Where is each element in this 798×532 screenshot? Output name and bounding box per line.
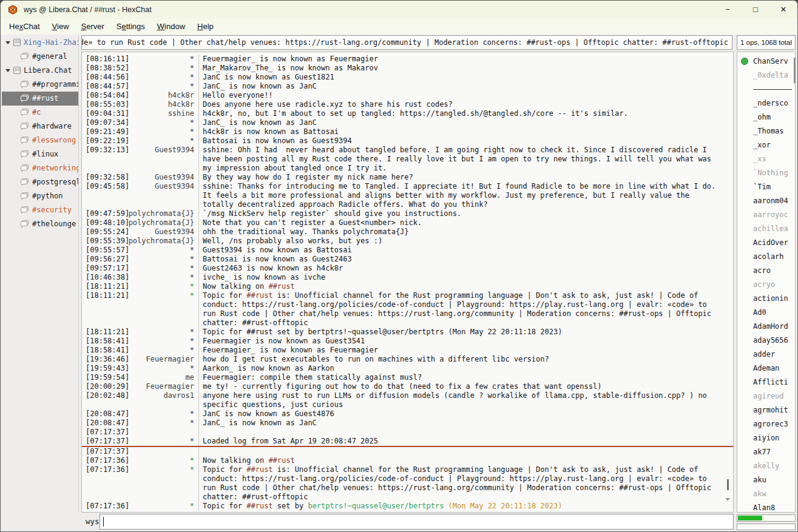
sidebar-item-lesswrong[interactable]: #lesswrong <box>2 133 78 147</box>
userlist-item[interactable]: _Thomas <box>737 124 795 138</box>
sidebar-item-c[interactable]: #c <box>2 106 78 120</box>
userlist-item[interactable]: _xor <box>737 138 795 152</box>
topic-input[interactable]: Unofficial channel for the Rust programm… <box>81 35 732 50</box>
userlist-item[interactable]: aday5656 <box>737 334 795 348</box>
userlist-item[interactable]: actionin <box>737 292 795 306</box>
chat-line: [09:55:39]polychromata{J}Well, /ns proba… <box>82 237 733 246</box>
userlist-item[interactable]: ChanServ <box>737 55 795 69</box>
nick <box>126 447 198 456</box>
message-text: Note that you can't register a Guest<num… <box>198 218 733 227</box>
event-marker: * <box>126 364 198 373</box>
userlist-item[interactable]: acryo <box>737 278 795 292</box>
userlist-nick: acryo <box>753 280 775 289</box>
sidebar-item-networking[interactable]: #networking <box>2 161 78 175</box>
channel-bubble-icon <box>20 150 29 158</box>
userlist-item[interactable]: adder <box>737 348 795 362</box>
userlist-scrollbar-thumb[interactable] <box>794 58 796 83</box>
user-count-badge: 1 ops, 1068 total <box>737 35 796 50</box>
userlist-item[interactable]: agrmohit <box>737 403 795 417</box>
close-button[interactable]: ✕ <box>769 1 797 19</box>
chat-line: [20:00:29]Feuermagierme ty! - currently … <box>82 382 733 391</box>
chat-line: [09:55:24]Guest9394ohh the traditional w… <box>82 227 733 237</box>
channel-bubble-icon <box>20 52 29 61</box>
menu-window[interactable]: Window <box>151 19 191 35</box>
message-text: me ty! - currently figuring out how to d… <box>198 382 733 391</box>
userlist-item[interactable]: aaronm04 <box>737 194 795 208</box>
userlist-item[interactable]: aiyion <box>737 431 795 445</box>
message-text: Feuermagier is now known as Guest3541 <box>198 337 733 346</box>
userlist-item[interactable]: akw <box>737 487 795 501</box>
sidebar-item-python[interactable]: #python <box>2 189 78 203</box>
userlist-nick: _ohm <box>753 113 771 121</box>
userlist-item[interactable]: acro <box>737 264 795 278</box>
timestamp: [08:54:04] <box>82 91 126 100</box>
message-text: how do I get rust executables to run on … <box>198 355 733 364</box>
userlist-nick: achillea <box>753 224 788 233</box>
chat-scrollbar-down-arrow[interactable] <box>725 498 730 501</box>
menu-settings[interactable]: Settings <box>110 19 151 35</box>
sidebar-item-thelounge[interactable]: #thelounge <box>2 217 78 231</box>
timestamp: [18:58:41] <box>82 346 126 355</box>
userlist-item[interactable]: _ohm <box>737 110 795 124</box>
message-text: Hello everyone!! <box>198 91 733 100</box>
userlist-item[interactable]: Afflicti <box>737 375 795 389</box>
userlist-nick: Ademan <box>753 364 779 372</box>
userlist-item[interactable]: `Nothing <box>737 166 795 180</box>
menu-server[interactable]: Server <box>75 19 110 35</box>
topic-text: Unofficial channel for the Rust programm… <box>81 36 728 49</box>
userlist-item[interactable]: acolarh <box>737 250 795 264</box>
userlist-item[interactable]: Ademan <box>737 362 795 375</box>
sidebar-item-postgresql[interactable]: #postgresql <box>2 175 78 189</box>
window-title: wys @ Libera.Chat / ##rust - HexChat <box>24 1 152 19</box>
userlist-item[interactable]: _ndersco <box>737 96 795 110</box>
userlist-item[interactable]: _xs <box>737 152 795 166</box>
menu-view[interactable]: View <box>46 19 75 35</box>
userlist-item[interactable]: aku <box>737 473 795 487</box>
timestamp: [19:59:54] <box>82 373 126 382</box>
own-nick-label[interactable]: wys <box>86 514 100 530</box>
menu-hexchat[interactable]: HexChat <box>3 19 46 35</box>
tree-expander-icon[interactable] <box>5 69 10 72</box>
message-text <box>198 428 733 437</box>
timestamp: [09:22:19] <box>82 136 126 146</box>
event-marker: * <box>126 456 198 465</box>
sidebar-item-general[interactable]: #general <box>2 50 78 64</box>
userlist-item[interactable]: Ad0 <box>737 306 795 320</box>
chat-scrollbar-thumb[interactable] <box>727 479 729 490</box>
chat-line: [18:11:21]*Topic for ##rust is: Unoffici… <box>82 291 733 328</box>
sidebar-item-liberachat[interactable]: Libera.Chat <box>2 64 78 78</box>
sidebar-item-programming[interactable]: ##programming <box>2 78 78 92</box>
userlist-item[interactable]: agrorec3 <box>737 417 795 431</box>
sidebar-item-xinghaizhai[interactable]: Xing-Hai-Zhai <box>2 36 78 50</box>
userlist-item[interactable]: `Tim <box>737 180 795 194</box>
userlist-item[interactable]: _0xdelta <box>737 69 795 82</box>
timestamp: [20:08:47] <box>82 409 126 419</box>
maximize-button[interactable]: □ <box>742 1 769 19</box>
userlist-item[interactable]: achillea <box>737 222 795 236</box>
userlist-item[interactable]: Alan8 <box>737 501 795 513</box>
userlist-nick: actionin <box>753 294 788 303</box>
userlist-nick: _Thomas <box>753 127 784 135</box>
minimize-button[interactable]: − <box>714 1 742 19</box>
chat-line: [09:22:19]*Battosai is now known as Gues… <box>82 136 733 146</box>
userlist-nick: aaronm04 <box>753 197 788 205</box>
menu-help[interactable]: Help <box>191 19 220 35</box>
userlist-item[interactable]: aarroyoc <box>737 208 795 222</box>
userlist-item[interactable]: AcidOver <box>737 236 795 250</box>
userlist-item[interactable]: ak77 <box>737 445 795 459</box>
event-marker: * <box>126 246 198 255</box>
event-marker: * <box>126 337 198 346</box>
message-input[interactable] <box>100 514 734 530</box>
sidebar-item-security[interactable]: #security <box>2 203 78 217</box>
tree-expander-icon[interactable] <box>5 41 10 44</box>
userlist-item[interactable]: AdamHord <box>737 320 795 334</box>
event-marker: * <box>126 502 198 511</box>
userlist-item[interactable]: akelly <box>737 459 795 473</box>
sidebar-item-linux[interactable]: #linux <box>2 147 78 161</box>
userlist-item[interactable]: agireud <box>737 389 795 403</box>
sidebar-item-rust[interactable]: ##rust <box>2 92 78 106</box>
timestamp: [07:17:37] <box>82 447 126 456</box>
timestamp: [18:58:41] <box>82 337 126 346</box>
sidebar-item-hardware[interactable]: #hardware <box>2 120 78 133</box>
userlist-nick: `Nothing <box>753 169 788 177</box>
